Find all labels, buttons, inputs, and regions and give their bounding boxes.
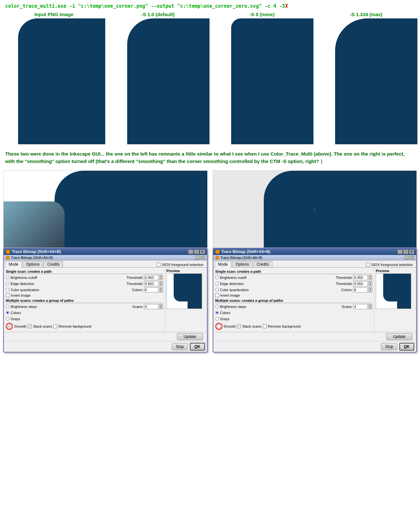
right-thr-edge-input[interactable]: 0.650: [353, 281, 368, 286]
description-block: These two were done in the Inkscape GUI.…: [0, 144, 420, 169]
right-pm-corner: [397, 294, 411, 308]
left-update-btn[interactable]: Update: [177, 333, 203, 340]
left-radio-color[interactable]: [6, 288, 9, 291]
left-siox-check[interactable]: [157, 263, 160, 267]
left-multi-scans-input[interactable]: 4: [144, 304, 159, 309]
comparison-row: Input PNG image -S 1.0 (default) -S 0 (n…: [0, 12, 420, 144]
right-inner-titlebar: Trace Bitmap (Shift+Alt+B) _ □: [213, 255, 416, 260]
left-close-btn[interactable]: ✕: [200, 250, 205, 254]
right-inner-min[interactable]: _: [405, 256, 409, 260]
left-titlebar: Trace Bitmap (Shift+Alt+B) _ □ ✕: [4, 249, 207, 255]
left-multi-radio-brightness[interactable]: [6, 305, 9, 308]
left-multi-radio-colors[interactable]: [6, 311, 9, 314]
description-text: These two were done in the Inkscape GUI.…: [5, 151, 405, 164]
right-invert-row: Invert image: [215, 293, 373, 297]
right-inner-max[interactable]: □: [410, 256, 414, 260]
right-radio-edge[interactable]: [215, 282, 219, 285]
left-invert-check[interactable]: [6, 293, 10, 297]
right-tab-options[interactable]: Options: [232, 261, 252, 267]
right-update-btn[interactable]: Update: [386, 333, 412, 340]
left-preview-dark: [55, 171, 207, 248]
right-thr-color-input[interactable]: 8: [353, 287, 368, 292]
right-thr-brightness-spin[interactable]: ▲ ▼: [368, 275, 372, 280]
right-thr-color-spin[interactable]: ▲ ▼: [368, 287, 372, 292]
right-tab-credits[interactable]: Credits: [253, 261, 272, 267]
right-thr-edge-spin[interactable]: ▲ ▼: [368, 281, 372, 286]
right-preview-dark: [264, 171, 416, 248]
right-siox-check[interactable]: [366, 263, 370, 267]
right-radio-color[interactable]: [215, 288, 219, 291]
left-multi-radio-grays[interactable]: [6, 317, 9, 321]
right-radio-brightness[interactable]: [215, 276, 219, 279]
left-tab-mode[interactable]: Mode: [5, 261, 22, 268]
left-thr-edge-spin[interactable]: ▲ ▼: [159, 281, 163, 286]
right-multi-radio-grays[interactable]: [215, 317, 219, 321]
left-stop-btn[interactable]: Stop: [172, 343, 188, 350]
left-inner-min[interactable]: _: [195, 256, 200, 260]
left-thr-edge-input[interactable]: 0.650: [144, 281, 159, 286]
right-bottom-row: Stop OK: [213, 341, 416, 352]
right-stack-check[interactable]: ✓: [237, 324, 241, 328]
left-titlebar-icon: [6, 250, 10, 254]
right-inner-titlebar-left: Trace Bitmap (Shift+Alt+B): [215, 256, 262, 260]
right-tab-mode[interactable]: Mode: [215, 261, 231, 268]
right-opt-color: Color quantization: [215, 288, 249, 292]
left-col: Trace Bitmap (Shift+Alt+B) _ □ ✕ Trace B…: [3, 170, 208, 352]
right-inner-icon: [215, 256, 219, 260]
left-invert-row: Invert image: [6, 293, 163, 297]
left-multi-scans-spin[interactable]: ▲ ▼: [159, 304, 163, 309]
right-title-text: Trace Bitmap (Shift+Alt+B): [221, 250, 271, 254]
left-thr-color-spin[interactable]: ▲ ▼: [159, 287, 163, 292]
left-bottom-row: Stop OK: [4, 341, 207, 352]
left-multi-options: Brightness steps Colors Grays: [6, 304, 163, 321]
right-dialog: Trace Bitmap (Shift+Alt+B) _ □ ✕ Trace B…: [213, 248, 417, 352]
s10-dark-shape: [127, 18, 210, 144]
right-minimize-btn[interactable]: _: [397, 250, 403, 254]
right-multi-radio-brightness[interactable]: [215, 305, 219, 308]
right-preview-image: +: [213, 170, 417, 248]
right-remove-check[interactable]: [263, 324, 267, 328]
left-inner-btns[interactable]: _ □: [195, 256, 205, 260]
left-ok-btn[interactable]: OK: [190, 343, 205, 351]
right-ok-btn[interactable]: OK: [399, 343, 414, 351]
right-preview-panel: Preview: [374, 268, 416, 332]
left-titlebar-btns[interactable]: _ □ ✕: [188, 250, 205, 254]
right-remove-label: Remove background: [268, 324, 301, 328]
right-preview-label: Preview: [376, 269, 415, 273]
left-opt-edge: Edge detection: [6, 282, 39, 286]
left-remove-check[interactable]: [53, 324, 57, 328]
comparison-col-input: Input PNG image: [3, 12, 105, 144]
left-thr-brightness-spin[interactable]: ▲ ▼: [159, 275, 163, 280]
left-maximize-btn[interactable]: □: [194, 250, 199, 254]
left-thr-brightness-input[interactable]: 0.450: [144, 275, 159, 280]
right-multi-scans-spin[interactable]: ▲ ▼: [368, 304, 372, 309]
right-edge-label: Edge detection: [220, 282, 244, 286]
left-thr-color-input[interactable]: 8: [144, 287, 159, 292]
left-multi-thr-scans: Scans: 4 ▲ ▼: [132, 304, 163, 309]
left-multi-brightness-label: Brightness steps: [11, 305, 37, 309]
left-inner-titlebar-left: Trace Bitmap (Shift+Alt+B): [6, 256, 53, 260]
left-radio-edge[interactable]: [6, 282, 9, 285]
right-invert-check[interactable]: [215, 293, 219, 297]
right-multi-scans-input[interactable]: 4: [353, 304, 368, 309]
right-thr-edge: Threshold: 0.650 ▲ ▼: [336, 281, 372, 286]
right-titlebar-btns[interactable]: _ □ ✕: [397, 250, 414, 254]
left-inner-max[interactable]: □: [200, 256, 205, 260]
right-multi-radio-colors[interactable]: [215, 311, 219, 314]
right-close-btn[interactable]: ✕: [409, 250, 414, 254]
right-smooth-circle: [215, 323, 222, 330]
left-minimize-btn[interactable]: _: [188, 250, 193, 254]
right-inner-btns[interactable]: _ □: [405, 256, 414, 260]
left-radio-brightness[interactable]: [6, 276, 9, 279]
left-opt-color: Color quantization: [6, 288, 39, 292]
left-tab-options[interactable]: Options: [23, 261, 43, 267]
right-thr-brightness-input[interactable]: 0.450: [353, 275, 368, 280]
comparison-col-s10: -S 1.0 (default): [107, 12, 209, 144]
right-smooth-check[interactable]: [217, 324, 221, 328]
right-panel: Single scan: creates a path Brightness c…: [213, 268, 374, 332]
left-smooth-check[interactable]: ✓: [7, 324, 11, 328]
left-stack-check[interactable]: ✓: [28, 324, 32, 328]
right-stop-btn[interactable]: Stop: [381, 343, 397, 350]
left-tab-credits[interactable]: Credits: [44, 261, 63, 267]
right-maximize-btn[interactable]: □: [403, 250, 408, 254]
